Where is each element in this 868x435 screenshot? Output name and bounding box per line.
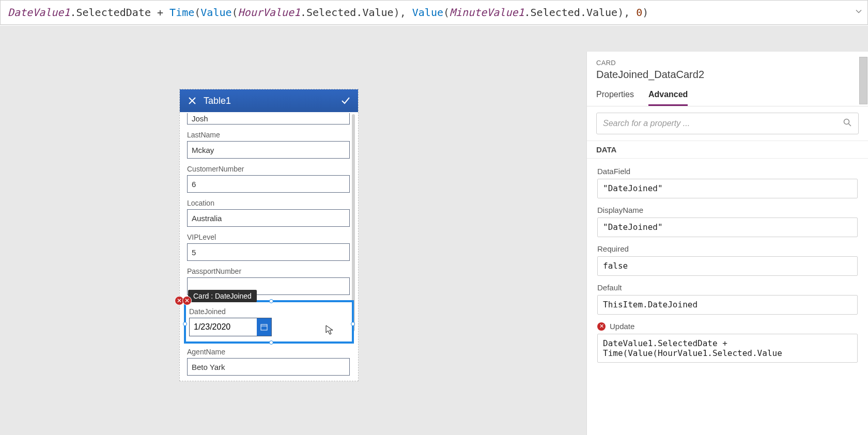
canvas[interactable]: Table1 Josh LastNameMckayCustomerNumber6… xyxy=(0,26,868,435)
form-header: Table1 xyxy=(180,89,358,112)
formula-text: DateValue1.SelectedDate + Time(Value(Hou… xyxy=(8,6,648,19)
lastname-value-text: Mckay xyxy=(192,146,214,154)
prop-required-label: Required xyxy=(597,244,858,253)
prop-default-label: Default xyxy=(597,283,858,292)
location-label: Location xyxy=(187,199,351,207)
card-customernumber[interactable]: CustomerNumber6 xyxy=(180,161,358,195)
svg-rect-0 xyxy=(261,324,267,330)
card-agentname[interactable]: AgentNameBeto Yark xyxy=(180,344,358,378)
panel-tabs: Properties Advanced xyxy=(587,90,868,106)
selection-tooltip: Card : DateJoined xyxy=(188,290,257,302)
customernumber-input[interactable]: 6 xyxy=(187,175,350,193)
prop-default: DefaultThisItem.DateJoined xyxy=(597,283,858,315)
phone-frame: Table1 Josh LastNameMckayCustomerNumber6… xyxy=(179,89,359,381)
viplevel-value-text: 5 xyxy=(192,248,196,257)
prop-update-value[interactable]: DateValue1.SelectedDate + Time(Value(Hou… xyxy=(597,334,858,363)
card-datejoined-selected[interactable]: Card : DateJoined ✕ ✕ DateJoined 1/23/20… xyxy=(184,300,354,344)
customernumber-label: CustomerNumber xyxy=(187,165,351,173)
section-data: DATA xyxy=(587,141,868,159)
datejoined-input[interactable]: 1/23/2020 xyxy=(189,318,272,336)
card-lastname[interactable]: LastNameMckay xyxy=(180,127,358,161)
card-firstname[interactable]: Josh xyxy=(180,112,358,127)
prop-datafield: DataField"DateJoined" xyxy=(597,167,858,198)
prop-required-value[interactable]: false xyxy=(597,256,858,276)
form-scrollbar[interactable] xyxy=(352,114,355,331)
svg-line-3 xyxy=(849,124,851,127)
form-body: Josh LastNameMckayCustomerNumber6Locatio… xyxy=(180,112,358,381)
check-icon[interactable] xyxy=(339,96,352,106)
prop-datafield-value[interactable]: "DateJoined" xyxy=(597,179,858,198)
prop-default-value[interactable]: ThisItem.DateJoined xyxy=(597,295,858,315)
calendar-icon[interactable] xyxy=(257,318,271,336)
viplevel-label: VIPLevel xyxy=(187,233,351,241)
error-icon[interactable]: ✕ xyxy=(597,322,606,331)
location-value-text: Australia xyxy=(192,214,222,223)
firstname-value-text: Josh xyxy=(192,114,208,123)
lastname-label: LastName xyxy=(187,131,351,139)
viplevel-input[interactable]: 5 xyxy=(187,243,350,261)
prop-update: ✕UpdateDateValue1.SelectedDate + Time(Va… xyxy=(597,322,858,363)
datejoined-value-text: 1/23/2020 xyxy=(190,322,257,332)
property-search[interactable] xyxy=(596,113,859,134)
agentname-input[interactable]: Beto Yark xyxy=(187,358,350,376)
panel-header: CARD DateJoined_DataCard2 xyxy=(587,52,868,81)
tab-advanced[interactable]: Advanced xyxy=(648,90,688,106)
property-search-input[interactable] xyxy=(603,119,843,128)
prop-displayname-value[interactable]: "DateJoined" xyxy=(597,218,858,237)
error-badge-icon[interactable]: ✕ xyxy=(182,296,192,305)
prop-displayname-label: DisplayName xyxy=(597,206,858,214)
mouse-cursor-icon xyxy=(326,325,334,335)
panel-scrollbar[interactable] xyxy=(859,57,867,104)
prop-displayname: DisplayName"DateJoined" xyxy=(597,206,858,237)
panel-kicker: CARD xyxy=(596,59,859,67)
prop-update-label: ✕Update xyxy=(597,322,858,331)
panel-title: DateJoined_DataCard2 xyxy=(596,69,859,81)
property-list: DataField"DateJoined"DisplayName"DateJoi… xyxy=(587,159,868,370)
passportnumber-label: PassportNumber xyxy=(187,267,351,275)
formula-expand-icon[interactable] xyxy=(855,8,862,17)
tab-properties[interactable]: Properties xyxy=(596,90,634,106)
lastname-input[interactable]: Mckay xyxy=(187,141,350,159)
card-location[interactable]: LocationAustralia xyxy=(180,195,358,229)
card-viplevel[interactable]: VIPLevel5 xyxy=(180,229,358,263)
agentname-value-text: Beto Yark xyxy=(192,363,225,371)
prop-required: Requiredfalse xyxy=(597,244,858,276)
customernumber-value-text: 6 xyxy=(192,180,196,189)
firstname-input[interactable]: Josh xyxy=(187,113,350,125)
form-title: Table1 xyxy=(204,96,339,106)
location-input[interactable]: Australia xyxy=(187,209,350,227)
close-icon[interactable] xyxy=(186,96,198,105)
prop-datafield-label: DataField xyxy=(597,167,858,176)
right-panel: CARD DateJoined_DataCard2 Properties Adv… xyxy=(586,52,868,435)
datejoined-label: DateJoined xyxy=(189,307,349,316)
error-badges: ✕ ✕ xyxy=(175,296,190,305)
agentname-label: AgentName xyxy=(187,348,351,356)
svg-point-2 xyxy=(844,119,849,125)
search-icon[interactable] xyxy=(843,118,852,129)
formula-bar[interactable]: DateValue1.SelectedDate + Time(Value(Hou… xyxy=(0,0,868,25)
